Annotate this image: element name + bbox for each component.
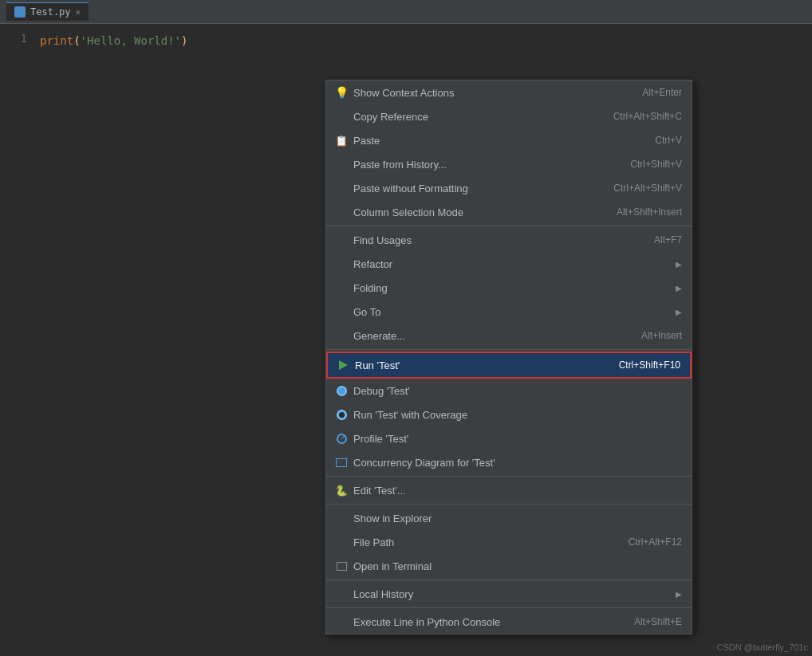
menu-label-generate: Generate...: [353, 330, 625, 342]
menu-label-edit-test: Edit 'Test'...: [353, 485, 666, 497]
code-open-paren: (: [73, 34, 80, 47]
menu-item-find-usages[interactable]: Find UsagesAlt+F7: [326, 228, 692, 252]
menu-icon-paste-without-formatting: [333, 179, 350, 197]
menu-item-run-test[interactable]: Run 'Test'Ctrl+Shift+F10: [326, 352, 692, 379]
menu-shortcut-find-usages: Alt+F7: [654, 234, 682, 246]
menu-icon-find-usages: [333, 231, 350, 249]
file-tab[interactable]: Test.py ×: [6, 2, 89, 21]
menu-separator-after-open-in-terminal: [326, 579, 692, 580]
menu-shortcut-paste-from-history: Ctrl+Shift+V: [630, 159, 682, 170]
menu-shortcut-file-path: Ctrl+Alt+F12: [629, 536, 682, 548]
menu-item-show-in-explorer[interactable]: Show in Explorer: [326, 506, 692, 530]
menu-label-open-in-terminal: Open in Terminal: [353, 560, 666, 572]
menu-item-run-with-coverage[interactable]: Run 'Test' with Coverage: [326, 403, 692, 426]
menu-item-go-to[interactable]: Go To▶: [326, 300, 692, 324]
menu-item-paste-without-formatting[interactable]: Paste without FormattingCtrl+Alt+Shift+V: [326, 176, 692, 200]
menu-item-debug-test[interactable]: Debug 'Test': [326, 379, 692, 403]
play-icon: [339, 360, 348, 370]
menu-separator-after-local-history: [326, 607, 692, 608]
menu-icon-concurrency-diagram: [333, 454, 350, 471]
menu-separator-after-generate: [326, 349, 692, 350]
menu-item-edit-test[interactable]: 🐍Edit 'Test'...: [326, 478, 692, 502]
menu-label-debug-test: Debug 'Test': [353, 385, 666, 397]
code-string: 'Hello, World!': [81, 34, 181, 47]
menu-shortcut-show-context-actions: Alt+Enter: [642, 87, 682, 98]
menu-shortcut-paste-without-formatting: Ctrl+Alt+Shift+V: [613, 183, 682, 194]
menu-label-run-test: Run 'Test': [355, 359, 603, 371]
menu-item-concurrency-diagram[interactable]: Concurrency Diagram for 'Test': [326, 450, 692, 474]
menu-shortcut-paste: Ctrl+V: [655, 135, 682, 146]
menu-arrow-folding: ▶: [676, 284, 682, 293]
menu-icon-local-history: [333, 585, 350, 603]
menu-shortcut-run-test: Ctrl+Shift+F10: [619, 359, 680, 371]
file-tab-icon: [14, 6, 26, 18]
menu-icon-paste: 📋: [333, 132, 350, 149]
tab-close-button[interactable]: ×: [76, 7, 81, 18]
menu-shortcut-execute-line: Alt+Shift+E: [634, 616, 682, 627]
menu-arrow-go-to: ▶: [676, 308, 682, 316]
line-number-1: 1: [0, 32, 27, 45]
menu-icon-go-to: [333, 303, 350, 320]
menu-icon-profile-test: [333, 430, 350, 447]
menu-label-show-context-actions: Show Context Actions: [353, 87, 626, 99]
menu-item-show-context-actions[interactable]: 💡Show Context ActionsAlt+Enter: [326, 81, 692, 104]
menu-item-open-in-terminal[interactable]: Open in Terminal: [326, 554, 692, 578]
debug-icon: [337, 386, 347, 396]
menu-label-refactor: Refactor: [353, 258, 653, 270]
menu-separator-after-concurrency-diagram: [326, 476, 692, 477]
menu-item-paste-from-history[interactable]: Paste from History...Ctrl+Shift+V: [326, 152, 692, 176]
menu-label-find-usages: Find Usages: [353, 234, 638, 246]
line-numbers: 1: [0, 30, 40, 650]
menu-icon-run-test: [334, 356, 352, 374]
code-close-paren: ): [181, 34, 187, 47]
menu-label-file-path: File Path: [353, 536, 613, 548]
menu-item-paste[interactable]: 📋PasteCtrl+V: [326, 128, 692, 152]
menu-item-column-selection-mode[interactable]: Column Selection ModeAlt+Shift+Insert: [326, 200, 692, 224]
menu-arrow-refactor: ▶: [676, 260, 682, 269]
menu-label-local-history: Local History: [353, 588, 653, 600]
menu-label-column-selection-mode: Column Selection Mode: [353, 206, 601, 218]
menu-arrow-local-history: ▶: [676, 590, 682, 599]
menu-item-generate[interactable]: Generate...Alt+Insert: [326, 324, 692, 348]
menu-icon-execute-line: [333, 613, 350, 630]
context-menu: 💡Show Context ActionsAlt+EnterCopy Refer…: [325, 80, 692, 634]
menu-item-local-history[interactable]: Local History▶: [326, 582, 692, 606]
profile-icon: [337, 434, 347, 444]
menu-icon-copy-reference: [333, 108, 350, 125]
file-tab-name: Test.py: [30, 6, 71, 18]
menu-label-folding: Folding: [353, 282, 653, 294]
terminal-icon: [337, 562, 347, 571]
menu-icon-refactor: [333, 255, 350, 273]
menu-item-copy-reference[interactable]: Copy ReferenceCtrl+Alt+Shift+C: [326, 104, 692, 128]
menu-label-copy-reference: Copy Reference: [353, 111, 597, 123]
menu-label-paste: Paste: [353, 135, 639, 147]
menu-item-refactor[interactable]: Refactor▶: [326, 252, 692, 276]
menu-icon-debug-test: [333, 382, 350, 399]
menu-icon-edit-test: 🐍: [333, 481, 350, 499]
menu-label-run-with-coverage: Run 'Test' with Coverage: [353, 409, 666, 421]
menu-icon-paste-from-history: [333, 155, 350, 173]
menu-icon-run-with-coverage: [333, 406, 350, 423]
menu-label-paste-from-history: Paste from History...: [353, 159, 614, 171]
menu-shortcut-generate: Alt+Insert: [641, 330, 682, 341]
menu-item-file-path[interactable]: File PathCtrl+Alt+F12: [326, 530, 692, 554]
menu-icon-generate: [333, 327, 350, 344]
watermark: CSDN @butterfly_701c: [717, 642, 809, 652]
menu-label-profile-test: Profile 'Test': [353, 433, 666, 445]
code-func: print: [40, 34, 73, 47]
concurrency-icon: [336, 458, 347, 467]
menu-item-profile-test[interactable]: Profile 'Test': [326, 426, 692, 450]
menu-label-go-to: Go To: [353, 306, 653, 318]
menu-label-paste-without-formatting: Paste without Formatting: [353, 183, 597, 194]
menu-icon-file-path: [333, 533, 350, 551]
menu-shortcut-column-selection-mode: Alt+Shift+Insert: [617, 206, 682, 218]
menu-icon-folding: [333, 279, 350, 297]
menu-icon-show-in-explorer: [333, 509, 350, 527]
menu-separator-after-edit-test: [326, 504, 692, 505]
coverage-icon: [337, 410, 347, 420]
menu-item-execute-line[interactable]: Execute Line in Python ConsoleAlt+Shift+…: [326, 610, 692, 634]
menu-label-concurrency-diagram: Concurrency Diagram for 'Test': [353, 457, 666, 469]
menu-item-folding[interactable]: Folding▶: [326, 276, 692, 300]
menu-icon-open-in-terminal: [333, 557, 350, 575]
lightbulb-icon: 💡: [335, 86, 349, 99]
